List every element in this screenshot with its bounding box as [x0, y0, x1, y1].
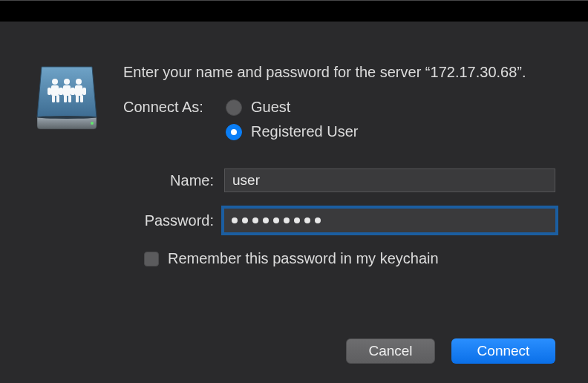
svg-rect-16	[76, 95, 79, 102]
radio-registered-label: Registered User	[251, 123, 359, 140]
svg-point-19	[91, 122, 94, 125]
name-input[interactable]	[224, 168, 555, 192]
connect-as-radio-group: Guest Registered User	[226, 99, 555, 148]
name-row: Name:	[123, 168, 555, 192]
svg-point-0	[52, 79, 58, 85]
svg-rect-4	[52, 95, 55, 102]
auth-dialog: Enter your name and password for the ser…	[0, 0, 588, 383]
radio-guest-indicator	[226, 99, 242, 116]
prompt-text: Enter your name and password for the ser…	[123, 62, 555, 82]
window-top-bar	[0, 1, 588, 22]
svg-rect-15	[82, 88, 86, 95]
svg-rect-5	[56, 95, 59, 102]
svg-point-6	[64, 79, 70, 85]
svg-rect-13	[75, 85, 82, 96]
svg-rect-14	[71, 88, 75, 95]
svg-rect-2	[48, 88, 51, 95]
name-label: Name:	[123, 172, 214, 189]
remember-checkbox-label: Remember this password in my keychain	[168, 250, 439, 267]
password-label: Password:	[123, 212, 214, 229]
password-row: Password:	[123, 209, 555, 232]
svg-rect-7	[63, 85, 71, 96]
cancel-button[interactable]: Cancel	[346, 338, 435, 364]
password-dots-overlay	[232, 209, 548, 232]
remember-checkbox-row[interactable]: Remember this password in my keychain	[144, 250, 555, 267]
connect-as-row: Connect As: Guest Registered User	[123, 99, 555, 148]
dialog-content: Enter your name and password for the ser…	[0, 45, 588, 383]
radio-registered-indicator	[226, 124, 242, 140]
dialog-button-row: Cancel Connect	[346, 338, 555, 364]
svg-point-18	[37, 116, 97, 119]
radio-guest-label: Guest	[251, 99, 290, 116]
svg-point-12	[76, 79, 82, 85]
svg-rect-11	[68, 95, 71, 102]
remember-checkbox-box	[144, 252, 159, 266]
main-column: Enter your name and password for the ser…	[114, 45, 555, 383]
svg-rect-1	[51, 85, 59, 96]
svg-rect-17	[80, 95, 83, 102]
network-drive-icon	[34, 64, 114, 131]
connect-button[interactable]: Connect	[451, 338, 555, 364]
svg-rect-10	[64, 95, 67, 102]
password-input[interactable]	[224, 209, 555, 232]
svg-rect-8	[59, 88, 63, 95]
icon-column	[34, 45, 114, 383]
radio-guest[interactable]: Guest	[226, 99, 555, 116]
connect-as-label: Connect As:	[123, 99, 226, 116]
radio-registered-user[interactable]: Registered User	[226, 123, 555, 140]
